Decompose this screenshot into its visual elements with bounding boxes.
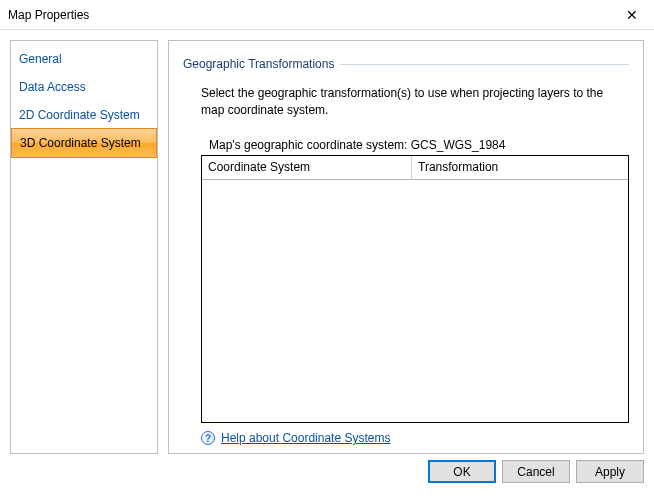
help-icon: ? <box>201 431 215 445</box>
transformations-table: Coordinate System Transformation <box>201 155 629 423</box>
sidebar-item-2d-coordinate-system[interactable]: 2D Coordinate System <box>11 101 157 129</box>
section-header: Geographic Transformations <box>183 57 629 71</box>
sidebar: General Data Access 2D Coordinate System… <box>10 40 158 454</box>
column-transformation[interactable]: Transformation <box>412 156 628 179</box>
table-header: Coordinate System Transformation <box>202 156 628 180</box>
ok-button[interactable]: OK <box>428 460 496 483</box>
section-divider <box>340 64 629 65</box>
dialog-footer: OK Cancel Apply <box>0 460 654 493</box>
apply-button[interactable]: Apply <box>576 460 644 483</box>
gcs-label: Map's geographic coordinate system: <box>209 138 407 152</box>
window-title: Map Properties <box>8 8 89 22</box>
sidebar-item-label: 2D Coordinate System <box>19 108 140 122</box>
section-description: Select the geographic transformation(s) … <box>201 85 629 120</box>
close-icon: ✕ <box>626 7 638 23</box>
gcs-line: Map's geographic coordinate system: GCS_… <box>209 138 629 152</box>
column-coordinate-system[interactable]: Coordinate System <box>202 156 412 179</box>
sidebar-item-general[interactable]: General <box>11 45 157 73</box>
section-heading: Geographic Transformations <box>183 57 334 71</box>
gcs-value: GCS_WGS_1984 <box>411 138 506 152</box>
sidebar-item-label: 3D Coordinate System <box>20 136 141 150</box>
cancel-button[interactable]: Cancel <box>502 460 570 483</box>
help-link[interactable]: Help about Coordinate Systems <box>221 431 390 445</box>
title-bar: Map Properties ✕ <box>0 0 654 30</box>
sidebar-item-data-access[interactable]: Data Access <box>11 73 157 101</box>
help-row: ? Help about Coordinate Systems <box>201 431 629 445</box>
main-panel: Geographic Transformations Select the ge… <box>168 40 644 454</box>
sidebar-item-label: Data Access <box>19 80 86 94</box>
sidebar-item-label: General <box>19 52 62 66</box>
dialog-body: General Data Access 2D Coordinate System… <box>0 30 654 460</box>
close-button[interactable]: ✕ <box>609 0 654 29</box>
table-body[interactable] <box>202 180 628 422</box>
sidebar-item-3d-coordinate-system[interactable]: 3D Coordinate System <box>11 128 157 158</box>
